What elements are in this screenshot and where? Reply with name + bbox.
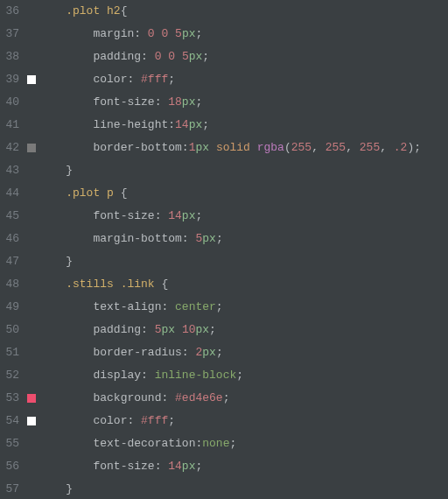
line-number: 56 [0, 455, 19, 478]
line-number: 51 [0, 341, 19, 364]
line-number: 41 [0, 114, 19, 137]
code-line[interactable]: .plot h2{ [38, 0, 448, 23]
code-line[interactable]: line-height:14px; [38, 114, 448, 137]
color-swatch [27, 144, 36, 152]
line-number: 38 [0, 46, 19, 68]
line-number: 44 [0, 182, 19, 205]
code-line[interactable]: color: #fff; [38, 68, 448, 91]
code-line[interactable]: font-size: 14px; [38, 205, 448, 228]
line-number: 55 [0, 432, 19, 455]
code-line[interactable]: } [38, 250, 448, 273]
line-number: 48 [0, 273, 19, 296]
line-number: 37 [0, 23, 19, 46]
line-number: 57 [0, 478, 19, 499]
line-number: 42 [0, 137, 19, 159]
color-swatch [27, 75, 36, 84]
code-area[interactable]: .plot h2{ margin: 0 0 5px; padding: 0 0 … [38, 0, 448, 499]
code-line[interactable]: font-size: 14px; [38, 455, 448, 478]
code-line[interactable]: background: #ed4e6e; [38, 387, 448, 410]
code-line[interactable]: margin-bottom: 5px; [38, 228, 448, 250]
code-line[interactable]: padding: 0 0 5px; [38, 46, 448, 68]
line-number: 40 [0, 91, 19, 114]
code-line[interactable]: padding: 5px 10px; [38, 319, 448, 341]
code-line[interactable]: } [38, 478, 448, 499]
code-line[interactable]: color: #fff; [38, 410, 448, 432]
code-line[interactable]: .plot p { [38, 182, 448, 205]
line-number: 53 [0, 387, 19, 410]
line-number: 45 [0, 205, 19, 228]
line-number: 47 [0, 250, 19, 273]
line-number: 36 [0, 0, 19, 23]
color-swatch [27, 394, 36, 403]
line-number: 49 [0, 296, 19, 319]
line-number: 43 [0, 159, 19, 182]
code-line[interactable]: .stills .link { [38, 273, 448, 296]
line-number: 39 [0, 68, 19, 91]
code-line[interactable]: border-radius: 2px; [38, 341, 448, 364]
line-number: 50 [0, 319, 19, 341]
line-number: 54 [0, 410, 19, 432]
code-line[interactable]: margin: 0 0 5px; [38, 23, 448, 46]
code-line[interactable]: text-decoration:none; [38, 432, 448, 455]
gutter-markers [24, 0, 38, 499]
line-number: 46 [0, 228, 19, 250]
code-line[interactable]: display: inline-block; [38, 364, 448, 387]
gutter-line-numbers: 3637383940414243444546474849505152535455… [0, 0, 24, 499]
code-line[interactable]: font-size: 18px; [38, 91, 448, 114]
line-number: 52 [0, 364, 19, 387]
color-swatch [27, 417, 36, 425]
code-line[interactable]: text-align: center; [38, 296, 448, 319]
code-editor[interactable]: 3637383940414243444546474849505152535455… [0, 0, 448, 499]
code-line[interactable]: } [38, 159, 448, 182]
code-line[interactable]: border-bottom:1px solid rgba(255, 255, 2… [38, 137, 448, 159]
